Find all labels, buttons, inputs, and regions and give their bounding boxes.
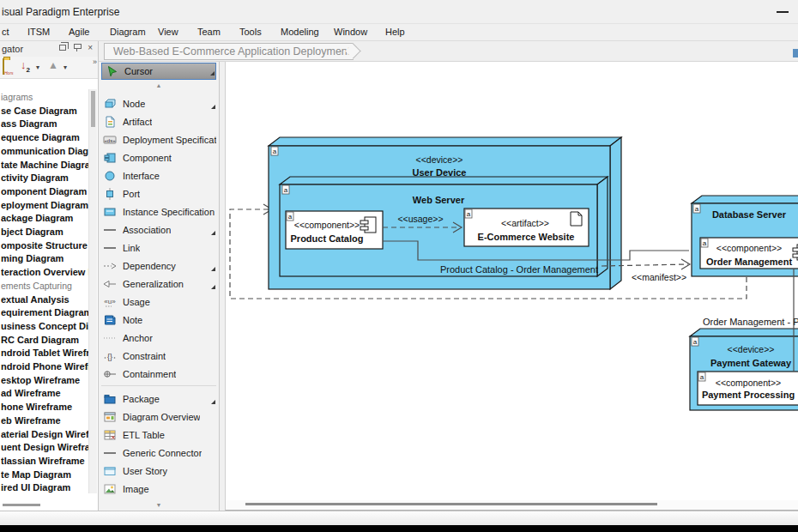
navigator-item-ming-diagram[interactable]: ming Diagram <box>1 252 89 266</box>
navigator-item-usiness-concept-diagr[interactable]: usiness Concept Diagr <box>1 320 89 334</box>
navigator-item-esktop-wireframe[interactable]: esktop Wireframe <box>1 374 89 388</box>
node-icon <box>102 97 117 111</box>
navigator-item-omponent-diagram[interactable]: omponent Diagram <box>1 185 89 199</box>
palette-item-label: Deployment Specification <box>123 135 216 145</box>
diagram-canvas[interactable]: a <<device>> User Device a Web Server <box>225 62 798 500</box>
navigator-item-ommunication-diagram[interactable]: ommunication Diagram <box>1 145 89 159</box>
palette-item-interface[interactable]: Interface <box>102 166 216 184</box>
navigator-item-te-map-diagram[interactable]: te Map Diagram <box>1 469 89 482</box>
toolbar-overflow-icon[interactable]: » <box>93 57 97 66</box>
navigator-item-aterial-design-wirefra[interactable]: aterial Design Wirefra <box>1 428 89 442</box>
navigator-item-ired-ui-diagram[interactable]: ired UI Diagram <box>1 481 89 493</box>
payment-gateway-name: Payment Gateway <box>710 358 792 368</box>
palette-item-image[interactable]: Image <box>102 480 216 498</box>
palette-item-dependency[interactable]: Dependency <box>102 257 216 275</box>
tab-bar-corner-icon[interactable] <box>793 49 798 57</box>
float-window-icon[interactable] <box>59 45 66 51</box>
open-project-icon[interactable]: Hors <box>3 59 4 75</box>
flyout-corner-icon <box>211 105 215 109</box>
cursor-icon <box>106 65 118 77</box>
menu-item-team[interactable]: Team <box>197 27 221 37</box>
palette-item-package[interactable]: Package <box>102 390 216 408</box>
palette-item-association[interactable]: Association <box>102 221 216 239</box>
usage-label: <<usage>> <box>397 214 443 224</box>
palette-item-generic-connector[interactable]: Generic Connector <box>102 444 216 462</box>
component-order-management[interactable]: a <<component>> Order Management <box>700 238 798 269</box>
navigator-item-iagrams[interactable]: iagrams <box>1 91 89 105</box>
close-icon[interactable]: × <box>88 44 93 51</box>
menu-item-tools[interactable]: Tools <box>239 27 262 37</box>
palette-item-node[interactable]: Node <box>102 94 216 112</box>
menu-item-project[interactable]: ct <box>2 27 9 37</box>
navigator-item-hone-wireframe[interactable]: hone Wireframe <box>1 401 89 414</box>
collapse-icon[interactable]: ▲ <box>48 59 58 71</box>
navigator-item-ndroid-phone-wirefra[interactable]: ndroid Phone Wirefra <box>1 360 89 374</box>
aux-badge: a <box>273 148 277 155</box>
pin-icon[interactable] <box>73 44 81 51</box>
user-device-stereotype: <<device>> <box>416 154 463 165</box>
menu-item-view[interactable]: View <box>158 27 178 37</box>
navigator-item-bject-diagram[interactable]: bject Diagram <box>1 226 89 239</box>
palette-item-label: Interface <box>123 171 160 181</box>
navigator-item-uent-design-wirefram[interactable]: uent Design Wirefram <box>1 441 89 455</box>
scrollbar-thumb[interactable] <box>245 503 657 505</box>
navigator-item-tlassian-wireframe[interactable]: tlassian Wireframe <box>1 455 89 469</box>
navigator-item-ackage-diagram[interactable]: ackage Diagram <box>1 212 89 226</box>
navigator-item-equence-diagram[interactable]: equence Diagram <box>1 131 89 145</box>
menu-item-window[interactable]: Window <box>334 27 367 37</box>
navigator-item-extual-analysis[interactable]: extual Analysis <box>1 293 89 307</box>
navigator-horizontal-scrollbar[interactable] <box>1 502 88 507</box>
navigator-item-ad-wireframe[interactable]: ad Wireframe <box>1 387 89 401</box>
palette-item-containment[interactable]: Containment <box>102 365 216 383</box>
palette-item-anchor[interactable]: Anchor <box>102 329 216 347</box>
canvas-horizontal-scrollbar[interactable] <box>225 500 798 511</box>
menu-item-modeling[interactable]: Modeling <box>281 27 319 37</box>
navigator-item-se-case-diagram[interactable]: se Case Diagram <box>1 105 89 118</box>
artifact-ecommerce-website[interactable]: a <<artifact>> E-Commerce Website <box>464 209 589 246</box>
scrollbar-thumb[interactable] <box>91 91 95 127</box>
palette-item-label: User Story <box>123 466 167 476</box>
navigator-vertical-scrollbar[interactable] <box>88 89 97 493</box>
navigator-item-equirement-diagram[interactable]: equirement Diagram <box>1 306 89 320</box>
palette-item-generalization[interactable]: Generalization <box>102 275 216 293</box>
scrollbar-thumb[interactable] <box>3 504 40 506</box>
product-catalog-name: Product Catalog <box>291 233 364 244</box>
navigator-item-eployment-diagram[interactable]: eployment Diagram <box>1 199 89 213</box>
navigator-item-rc-card-diagram[interactable]: RC Card Diagram <box>1 334 89 348</box>
generalization-icon <box>102 277 117 291</box>
navigator-item-eb-wireframe[interactable]: eb Wireframe <box>1 414 89 428</box>
palette-item-diagram-overview[interactable]: Diagram Overview <box>102 408 216 426</box>
palette-item-component[interactable]: Component <box>102 148 216 166</box>
navigator-item-teraction-overview-d[interactable]: teraction Overview D <box>1 266 89 280</box>
navigator-item-omposite-structure-di[interactable]: omposite Structure Di <box>1 239 89 253</box>
navigator-item-ctivity-diagram[interactable]: ctivity Diagram <box>1 172 89 185</box>
collapse-dropdown-icon[interactable]: ▾ <box>63 63 67 71</box>
diagram-tab[interactable]: Web-Based E-Commerce Application Deploym… <box>104 43 354 60</box>
palette-item-user-story[interactable]: User Story <box>102 462 216 480</box>
navigator-item-ements-capturing[interactable]: ements Capturing <box>1 280 89 293</box>
navigator-item-ass-diagram[interactable]: ass Diagram <box>1 118 89 131</box>
palette-item-artifact[interactable]: Artifact <box>102 112 216 130</box>
sort-dropdown-icon[interactable]: ▾ <box>36 63 39 71</box>
menu-item-itsm[interactable]: ITSM <box>27 27 50 37</box>
palette-item-note[interactable]: Note <box>102 311 216 329</box>
palette-scroll-up-icon[interactable]: ▲ <box>99 82 219 90</box>
palette-item-etl-table[interactable]: ETL Table <box>102 426 216 444</box>
palette-item-instance-specification[interactable]: Instance Specification <box>102 203 216 221</box>
component-product-catalog[interactable]: a <<component>> Product Catalog <box>286 211 383 249</box>
menu-item-diagram[interactable]: Diagram <box>110 27 146 37</box>
minimize-icon[interactable] <box>777 11 789 13</box>
component-payment-processing[interactable]: a <<component>> Payment Processing <box>698 372 798 405</box>
menu-item-help[interactable]: Help <box>385 27 405 37</box>
sort-icon[interactable]: ↓2 <box>21 59 30 76</box>
cursor-tool-button[interactable]: Cursor <box>101 63 216 80</box>
palette-item-port[interactable]: Port <box>102 184 216 203</box>
palette-item-constraint[interactable]: {}Constraint <box>102 347 216 365</box>
navigator-item-ndroid-tablet-wirefra[interactable]: ndroid Tablet Wirefra <box>1 347 89 360</box>
palette-scroll-down-icon[interactable]: ▼ <box>99 501 219 510</box>
palette-item-usage[interactable]: «u»Usage <box>102 293 216 311</box>
palette-item-link[interactable]: Link <box>102 239 216 257</box>
menu-item-agile[interactable]: Agile <box>69 27 89 37</box>
palette-item-deployment-specification[interactable]: «ds»Deployment Specification <box>102 130 216 148</box>
navigator-item-tate-machine-diagram[interactable]: tate Machine Diagram <box>1 159 89 172</box>
